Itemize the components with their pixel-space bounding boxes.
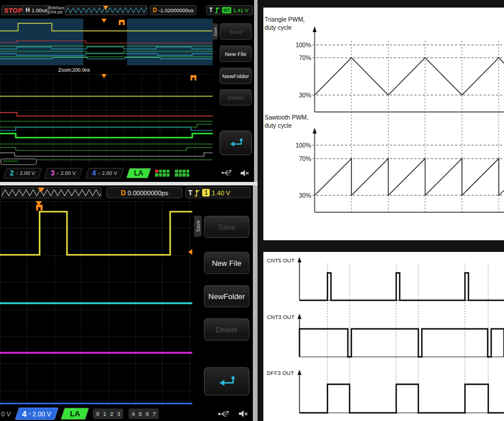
trigger-label: T [188, 189, 192, 197]
digital-bus-readout: ******* [1, 159, 37, 165]
scope2-statusbar: 0 V 4 = 2.00 V LA 0123 4567 [0, 406, 253, 421]
trigger-flag-marker [119, 20, 125, 26]
digital-channels-group1 [155, 170, 170, 177]
run-stop-status[interactable]: STOP [1, 5, 26, 15]
oscilloscope-screenshot-2: D 0.00000000ps T 1 1.40 V Save Save [0, 185, 253, 421]
new-folder-button[interactable]: NewFolder [204, 285, 249, 307]
return-icon [227, 138, 245, 148]
channel-number: 4 [22, 409, 27, 419]
la-label: LA [70, 409, 80, 418]
svg-text:30%: 30% [299, 92, 311, 99]
svg-text:70%: 70% [299, 54, 311, 61]
digital-group-0123: 0123 [93, 409, 123, 419]
channel4-badge[interactable]: 4 = 2.00 V [85, 168, 124, 178]
trigger-label: T [209, 7, 213, 13]
coupling-icon: = [16, 170, 19, 176]
svg-text:100%: 100% [295, 41, 311, 48]
trigger-position-marker [103, 6, 109, 10]
scope1-statusbar: 2 = 2.00 V 3 = 2.00 V 4 = 2.00 V LA [0, 166, 254, 180]
pwm-charts: Triangle PWM,duty cycle100%70%30%Sawtoot… [263, 8, 504, 240]
pwm-diagram-card: Triangle PWM,duty cycle100%70%30%Sawtoot… [263, 8, 504, 240]
main-traces [0, 19, 213, 65]
scope2-waveform-area[interactable] [0, 201, 192, 406]
zoom-trigger-flag-marker [191, 75, 197, 81]
delete-button[interactable]: Delete [204, 318, 249, 341]
svg-text:Triangle PWM,: Triangle PWM, [265, 16, 305, 23]
return-button[interactable] [220, 131, 252, 155]
channel-scale: 2.00 V [33, 411, 51, 418]
save-button[interactable]: Save [204, 216, 249, 238]
new-file-button[interactable]: New File [204, 252, 249, 274]
divider [254, 0, 258, 182]
channel-scale: 2.00 V [20, 170, 35, 176]
svg-text:duty cycle: duty cycle [265, 24, 292, 31]
coupling-icon: = [28, 411, 31, 416]
main-waveform-area[interactable] [0, 19, 213, 65]
scope2-menu-panel: Save Save New File NewFolder Delete [202, 201, 253, 406]
timing-chart: CNT5 OUTCNT3 OUTDFF3 OUT [263, 252, 504, 421]
channel-scale: 2.00 V [102, 170, 117, 176]
horizontal-offset[interactable]: D 0.00000000ps [107, 187, 182, 198]
divider [253, 185, 258, 421]
channel2-badge[interactable]: 2 = 2.00 V [3, 168, 42, 178]
channel-number: 2 [10, 169, 14, 177]
svg-text:duty cycle: duty cycle [265, 122, 292, 129]
coupling-icon: = [57, 170, 59, 176]
save-button[interactable]: Save [220, 23, 252, 40]
timing-diagram-card: CNT5 OUTCNT3 OUTDFF3 OUT [263, 252, 504, 421]
channel3-badge[interactable]: 3 = 2.00 V [44, 168, 83, 178]
return-icon [216, 375, 238, 388]
trigger-position-marker [38, 188, 45, 193]
scope1-menu-panel: Save Save New File NewFolder Delete [217, 19, 254, 165]
trigger-flag-marker [36, 205, 43, 212]
delete-button[interactable]: Delete [220, 89, 252, 106]
usb-icon [221, 170, 232, 176]
return-button[interactable] [204, 367, 249, 395]
zoom-scale-label: Zoom:200.0ns [58, 67, 90, 73]
svg-text:70%: 70% [299, 155, 311, 162]
zoom-waveform-area[interactable] [0, 74, 213, 165]
waveform-position-bar[interactable] [65, 5, 147, 15]
trigger-slope-icon [214, 6, 220, 14]
menu-tab: Save [212, 23, 218, 40]
waveform-position-bar[interactable] [1, 187, 101, 198]
sample-rate: 250MSa/s [47, 6, 64, 10]
usb-icon [218, 411, 230, 418]
trigger-source-badge: 1 [202, 189, 210, 197]
la-badge[interactable]: LA [126, 168, 151, 178]
menu-tab: Save [194, 216, 202, 237]
new-file-button[interactable]: New File [220, 45, 252, 62]
channel4-badge-selected[interactable]: 4 = 2.00 V [15, 408, 58, 420]
svg-text:Sawtooth PWM,: Sawtooth PWM, [265, 114, 308, 121]
trigger-source-badge: D7 [222, 7, 231, 13]
trigger-slope-icon [194, 188, 200, 197]
channel-number: 3 [51, 169, 55, 177]
trigger-level-marker [188, 249, 192, 255]
partial-channel-text: 0 V [1, 411, 11, 418]
oscilloscope-screenshot-1: STOP H 1.00us 250MSa/s 3.00k pts D -1.02… [0, 0, 254, 182]
zoom-trigger-time-marker [101, 74, 107, 79]
channel-scale: 2.00 V [61, 170, 76, 176]
horizontal-offset[interactable]: D -1.02000000us [150, 5, 196, 15]
speaker-muted-icon [239, 410, 248, 418]
scope2-traces [0, 201, 192, 406]
svg-text:CNT3 OUT: CNT3 OUT [267, 314, 295, 320]
coupling-icon: = [97, 170, 100, 176]
trigger-info[interactable]: T D7 1.41 V [206, 5, 253, 15]
digital-group-4567: 4567 [129, 409, 158, 419]
svg-text:30%: 30% [299, 192, 311, 199]
delay-label: D [153, 7, 157, 13]
acquisition-info: 250MSa/s 3.00k pts [47, 6, 64, 14]
horizontal-timebase[interactable]: H 1.00us [23, 5, 50, 15]
la-badge[interactable]: LA [60, 408, 89, 420]
zoom-traces [0, 74, 213, 165]
la-label: LA [134, 169, 143, 177]
trigger-level: 1.40 V [212, 190, 230, 197]
trigger-info[interactable]: T 1 1.40 V [185, 187, 251, 198]
new-folder-button[interactable]: NewFolder [220, 68, 252, 84]
h-label: H [26, 7, 30, 13]
preview-waveform [2, 188, 101, 198]
stop-label: STOP [4, 7, 23, 14]
channel-number: 4 [92, 169, 96, 177]
trigger-level: 1.41 V [233, 8, 248, 13]
